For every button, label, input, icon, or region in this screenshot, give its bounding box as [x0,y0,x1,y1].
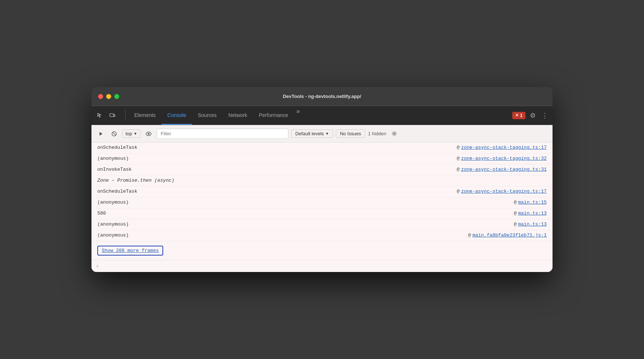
no-issues-button[interactable]: No Issues [336,129,365,138]
run-script-icon[interactable] [96,129,106,139]
titlebar: DevTools - ng-devtools.netlify.app/ [91,87,553,106]
console-entry: (anonymous) @ main.ts:13 [91,219,553,230]
entry-location: @ zone-async-stack-tagging.ts:32 [457,156,547,161]
console-input[interactable] [102,264,548,269]
source-link[interactable]: main.ts:13 [518,211,547,216]
console-entry: 580 @ main.ts:13 [91,208,553,219]
entry-location: @ main.ts:13 [514,211,547,216]
console-entry: onInvokeTask @ zone-async-stack-tagging.… [91,165,553,175]
source-link[interactable]: zone-async-stack-tagging.ts:17 [461,189,547,194]
console-input-row: › [91,260,553,272]
error-badge[interactable]: ✕ 1 [512,112,525,119]
console-prompt-icon: › [96,263,99,269]
entry-text: (anonymous) [97,222,514,227]
levels-arrow-icon: ▼ [325,132,329,136]
filter-input[interactable] [157,129,288,139]
console-entry: (anonymous) @ zone-async-stack-tagging.t… [91,154,553,165]
show-more-frames-link[interactable]: Show 208 more frames [97,246,163,256]
entry-text: Zone – Promise.then (async) [97,178,547,183]
tab-elements[interactable]: Elements [128,106,161,125]
fullscreen-button[interactable] [114,94,119,99]
entry-text: 580 [97,211,514,216]
console-toolbar: top ▼ Default levels ▼ No Issues 1 hidde… [91,125,553,143]
console-entry: onScheduleTask @ zone-async-stack-taggin… [91,143,553,154]
console-entry: (anonymous) @ main.ts:15 [91,197,553,208]
tab-divider [125,110,126,121]
entry-text: (anonymous) [97,233,468,238]
device-toolbar-icon[interactable] [107,110,118,121]
source-link[interactable]: zone-async-stack-tagging.ts:32 [461,156,547,161]
hidden-count-label: 1 hidden [368,131,386,136]
svg-rect-0 [110,114,113,117]
source-link[interactable]: main.fa8bfa0e23f1eb71.js:1 [472,233,547,238]
devtools-more-button[interactable]: ⋮ [540,110,550,121]
tab-sources[interactable]: Sources [192,106,222,125]
entry-text: (anonymous) [97,200,514,205]
svg-marker-2 [100,132,102,136]
minimize-button[interactable] [106,94,111,99]
devtools-window: DevTools - ng-devtools.netlify.app/ Elem… [91,87,553,272]
console-settings-icon[interactable] [389,129,400,139]
context-selector[interactable]: top ▼ [122,129,141,138]
main-tabs: Elements Console Sources Network Perform… [128,106,512,125]
console-entry: (anonymous) @ main.fa8bfa0e23f1eb71.js:1 [91,230,553,241]
tabbar: Elements Console Sources Network Perform… [91,106,553,125]
tab-performance[interactable]: Performance [253,106,294,125]
source-link[interactable]: zone-async-stack-tagging.ts:31 [461,167,547,172]
entry-location: @ zone-async-stack-tagging.ts:17 [457,145,547,150]
entry-location: @ main.ts:15 [514,200,547,205]
entry-location: @ main.fa8bfa0e23f1eb71.js:1 [468,233,547,238]
entry-location: @ zone-async-stack-tagging.ts:17 [457,189,547,194]
tab-network[interactable]: Network [222,106,253,125]
traffic-lights [98,94,119,99]
tabbar-right-actions: ✕ 1 ⚙ ⋮ [512,106,550,125]
console-entry-async: Zone – Promise.then (async) [91,175,553,186]
close-button[interactable] [98,94,103,99]
entry-location: @ main.ts:13 [514,222,547,227]
more-tabs-button[interactable]: » [294,106,302,125]
entry-text: (anonymous) [97,156,457,161]
source-link[interactable]: main.ts:13 [518,222,547,227]
tab-console[interactable]: Console [161,106,192,125]
source-link[interactable]: zone-async-stack-tagging.ts:17 [461,145,547,150]
entry-text: onScheduleTask [97,189,457,194]
entry-location: @ zone-async-stack-tagging.ts:31 [457,167,547,172]
entry-text: onScheduleTask [97,145,457,150]
show-frames-container: Show 208 more frames [91,241,553,260]
svg-rect-1 [114,114,115,117]
svg-line-4 [113,132,116,135]
default-levels-button[interactable]: Default levels ▼ [291,129,333,138]
block-icon[interactable] [109,129,119,139]
dropdown-arrow-icon: ▼ [134,132,137,136]
console-entry: onScheduleTask @ zone-async-stack-taggin… [91,186,553,197]
error-x-icon: ✕ [515,113,518,118]
window-title: DevTools - ng-devtools.netlify.app/ [283,94,361,99]
console-output: onScheduleTask @ zone-async-stack-taggin… [91,143,553,272]
source-link[interactable]: main.ts:15 [518,200,547,205]
svg-point-6 [147,133,149,135]
eye-icon[interactable] [143,129,154,139]
svg-point-7 [393,133,395,135]
entry-text: onInvokeTask [97,167,457,172]
tabbar-left-icons [94,106,122,125]
devtools-settings-button[interactable]: ⚙ [528,110,537,121]
inspect-element-icon[interactable] [94,110,105,121]
